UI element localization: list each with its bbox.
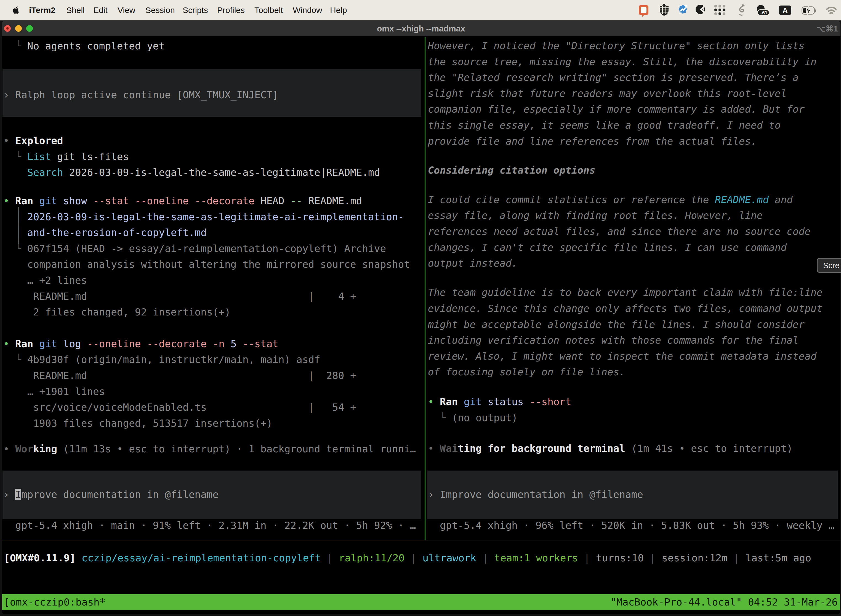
right-line-ran3o1: └ (no output) [428,410,518,426]
menu-item-window[interactable]: Window [293,0,322,21]
border-bottom-right [425,540,840,541]
wireguard-icon[interactable] [736,4,746,17]
menu-item-view[interactable]: View [117,0,135,21]
screen-sharing-overlay-button[interactable]: Scre [817,258,841,273]
tmux-host-clock: "MacBook-Pro-44.local" 04:52 31-Mar-26 [610,594,838,610]
left-line-ran2o3: … +1901 lines [3,384,105,400]
right-line-p2l2: essay file, along with finding root file… [428,208,763,224]
dots-grid-icon[interactable] [714,4,726,15]
menu-item-profiles[interactable]: Profiles [217,0,245,21]
left-line-ran2o2: README.md | 280 + [3,368,356,384]
left-line-ran1: • Ran git show --stat --oneline --decora… [3,193,362,209]
right-session-status: gpt-5.4 xhigh · 96% left · 520K in · 5.8… [440,518,834,534]
right-line-p2l4: changes, I can't cite specific file line… [428,239,787,255]
right-line-p3l1: The team guideline is to back every impo… [428,285,822,301]
menu-item-scripts[interactable]: Scripts [183,0,208,21]
left-line-ran1o3: … +2 lines [3,273,87,288]
left-input-line: › Improve documentation in @filename [3,487,218,503]
right-line-p3l6: of focusing solely on file lines. [428,364,625,380]
right-line-p1l5: companion file, especially if more comme… [428,101,804,117]
menu-item-shell[interactable]: Shell [66,0,85,21]
chat-app-icon[interactable] [638,5,649,17]
right-line-p1l6: this single essay, it seems like a good … [428,117,781,133]
battery-charging-icon[interactable] [801,6,816,16]
tmuxbar: [omx-cczip0:bash*"MacBook-Pro-44.local" … [2,594,840,610]
left-line-ran2o1: └ 4b9d30f (origin/main, instructkr/main,… [3,352,320,368]
right-line-p2l1: I could cite commit statistics or refere… [428,192,793,208]
right-line-hdr: Considering citation options [428,162,595,178]
terminal-content[interactable]: └ No agents completed yet• Explored └ Li… [1,36,841,615]
menu-item-help[interactable]: Help [330,0,347,21]
omx-status-line: [OMX#0.11.9] cczip/essay/ai-reimplementa… [4,550,811,566]
right-line-p1l1: However, I noticed the "Directory Struct… [428,38,804,54]
chart-badge-icon[interactable] [678,4,688,15]
shield-grid-icon[interactable] [659,4,669,16]
right-line-p3l2: evidence. Since this change only affects… [428,301,822,317]
menu-bar: iTerm2 Shell Edit View Session Scripts P… [0,0,841,21]
right-line-p1l7: provide file and line references from th… [428,133,757,149]
left-line-list: └ List git ls-files [3,149,129,165]
right-line-p1l3: the "Related research writing" section i… [428,70,799,85]
left-line-search: Search 2026-03-09-is-legal-the-same-as-l… [3,164,380,180]
right-line-p3l4: including verification notes with those … [428,332,799,348]
right-line-p3l5: review. Also, I might want to inspect th… [428,348,817,364]
right-line-p1l2: the source tree, missing the essay. Stil… [428,54,817,70]
left-line-working: • Working (11m 13s • esc to interrupt) ·… [3,441,416,457]
left-line-ran2o5: 1903 files changed, 513517 insertions(+) [3,415,273,431]
menu-item-toolbelt[interactable]: Toolbelt [254,0,283,21]
left-line-ran1o5: 2 files changed, 92 insertions(+) [3,304,231,320]
iterm2-window: omx --xhigh --madmax ⌥⌘1 └ No agents com… [1,21,841,615]
left-line-ran1o4: README.md | 4 + [3,288,356,304]
cloud-count-icon[interactable]: ..61 [757,5,769,16]
text-cursor: I [15,489,21,500]
apple-icon[interactable] [12,6,20,15]
left-session-status: gpt-5.4 xhigh · main · 91% left · 2.31M … [15,518,416,534]
border-bottom-left [2,540,425,541]
keyboard-a-icon[interactable]: A [779,6,791,15]
right-line-ran3: • Ran git status --short [428,394,571,410]
menu-item-edit[interactable]: Edit [93,0,108,21]
left-line-noagents: └ No agents completed yet [3,38,165,54]
left-line-ran1o1: └ 067f154 (HEAD -> essay/ai-reimplementa… [3,241,386,257]
left-line-ran1w1: │ 2026-03-09-is-legal-the-same-as-legiti… [3,209,404,225]
menu-item-iterm2[interactable]: iTerm2 [29,0,56,21]
right-line-p3l3: might be acceptable alongside the file l… [428,317,804,333]
left-line-ran2: • Ran git log --oneline --decorate -n 5 … [3,336,278,352]
keyboard-layout-letter: A [782,6,787,14]
menu-item-session[interactable]: Session [145,0,175,21]
right-line-waiting: • Waiting for background terminal (1m 41… [428,440,793,456]
left-line-explored: • Explored [3,133,63,149]
right-line-p2l3: references need actual files, and since … [428,224,811,239]
left-line-ran1o2: companion analysis without altering the … [3,257,410,273]
window-shortcut-badge: ⌥⌘1 [816,21,838,36]
left-line-ran2o4: src/voice/voiceModeEnabled.ts | 54 + [3,399,356,415]
window-title-bar[interactable]: omx --xhigh --madmax ⌥⌘1 [1,21,841,36]
pane-divider [425,37,425,540]
record-wedge-icon[interactable] [696,4,706,15]
left-line-ran1w2: │ and-the-erosion-of-copyleft.md [3,224,207,241]
cloud-count-label: ..61 [760,10,767,15]
window-title: omx --xhigh --madmax [1,21,841,36]
tmux-session-label: [omx-cczip0:bash* [4,594,105,610]
right-line-p2l5: output instead. [428,255,518,271]
wifi-icon[interactable] [826,7,837,15]
right-line-p1l4: slight risk that future readers may over… [428,85,787,101]
right-input-line: › Improve documentation in @filename [428,487,643,503]
ralph-inject-line: › Ralph loop active continue [OMX_TMUX_I… [3,87,278,103]
